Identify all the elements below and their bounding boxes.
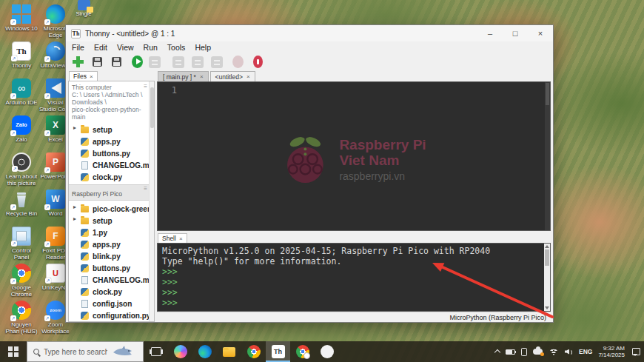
file-item[interactable]: apps.py bbox=[69, 238, 154, 250]
menu-item[interactable]: Help bbox=[195, 43, 211, 52]
file-item[interactable]: CHANGELOG.md bbox=[69, 274, 154, 286]
desktop-icon[interactable]: Th Thonny bbox=[4, 41, 38, 78]
app-icon bbox=[12, 4, 31, 24]
close-icon[interactable]: × bbox=[179, 235, 183, 242]
desktop-icon[interactable]: Google Chrome bbox=[4, 264, 38, 301]
taskbar-button[interactable] bbox=[290, 341, 315, 362]
scrollbar-thumb[interactable] bbox=[150, 87, 154, 128]
file-item[interactable]: setup bbox=[69, 124, 154, 135]
desktop-icon[interactable]: ∞ Arduino IDE bbox=[4, 78, 38, 115]
stop-icon bbox=[253, 56, 263, 68]
shell-scrollbar[interactable] bbox=[544, 244, 550, 311]
file-item[interactable]: 1.py bbox=[69, 227, 154, 238]
taskbar-button[interactable]: Th bbox=[266, 341, 290, 362]
open-file-button[interactable] bbox=[90, 55, 104, 70]
menu-item[interactable]: View bbox=[117, 43, 134, 52]
file-item[interactable]: CHANGELOG.md bbox=[69, 159, 154, 171]
shell-tab[interactable]: Shell × bbox=[158, 233, 187, 243]
shortcut-arrow-icon bbox=[44, 130, 50, 136]
volume-icon[interactable] bbox=[565, 349, 573, 355]
desktop-icon[interactable]: Nguyen Phan (HUS) - Chr... bbox=[4, 301, 38, 338]
step-over-button[interactable] bbox=[171, 55, 186, 70]
file-item[interactable]: pico-clock-green-py bbox=[69, 203, 154, 215]
close-icon[interactable]: × bbox=[200, 73, 204, 80]
new-file-button[interactable] bbox=[70, 55, 85, 70]
shell-output[interactable]: MicroPython v1.25.0 on 2025-04-15; Raspb… bbox=[157, 243, 551, 312]
desktop-icon-partial[interactable]: Single bbox=[71, 0, 96, 17]
scroll-up-icon[interactable] bbox=[545, 245, 549, 248]
editor-scrollbar[interactable] bbox=[545, 82, 550, 230]
desktop-icon[interactable]: Control Panel bbox=[4, 227, 38, 264]
close-button[interactable]: × bbox=[528, 25, 553, 41]
menu-item[interactable]: File bbox=[72, 43, 84, 52]
resume-button[interactable] bbox=[229, 55, 244, 70]
save-button[interactable] bbox=[109, 55, 124, 70]
files-scrollbar[interactable] bbox=[149, 81, 154, 321]
app-icon: Th bbox=[12, 41, 31, 61]
taskbar-search[interactable] bbox=[27, 341, 144, 362]
files-tab[interactable]: Files × bbox=[69, 71, 98, 81]
search-input[interactable] bbox=[44, 348, 107, 356]
taskbar-button[interactable] bbox=[241, 341, 266, 362]
taskbar-button[interactable] bbox=[217, 341, 241, 362]
scroll-down-icon[interactable] bbox=[545, 306, 549, 309]
desktop-icon[interactable]: Recycle Bin bbox=[4, 190, 38, 227]
debug-button[interactable] bbox=[147, 55, 162, 70]
wifi-icon[interactable] bbox=[549, 348, 559, 355]
file-item[interactable]: config.json bbox=[69, 298, 154, 309]
step-out-button[interactable] bbox=[209, 55, 224, 70]
language-indicator[interactable]: ENG bbox=[579, 348, 592, 355]
file-item[interactable]: blink.py bbox=[69, 250, 154, 262]
taskbar-clock[interactable]: 9:32 AM 7/14/2025 bbox=[598, 345, 625, 358]
maximize-button[interactable]: □ bbox=[503, 25, 528, 41]
taskbar-button[interactable] bbox=[192, 341, 217, 362]
step-out-icon bbox=[211, 56, 223, 68]
shortcut-arrow-icon bbox=[11, 56, 17, 61]
run-button[interactable] bbox=[128, 55, 143, 70]
menu-item[interactable]: Run bbox=[144, 43, 158, 52]
step-into-button[interactable] bbox=[190, 55, 205, 70]
file-item[interactable]: buttons.py bbox=[69, 262, 154, 274]
app-icon-glyph: W bbox=[51, 195, 59, 204]
minimize-button[interactable]: – bbox=[477, 25, 503, 41]
menu-item[interactable]: Edit bbox=[94, 43, 107, 52]
file-item[interactable]: clock.py bbox=[69, 286, 154, 298]
menu-item[interactable]: Tools bbox=[167, 43, 186, 52]
desktop-icon[interactable]: Learn about this picture bbox=[4, 152, 38, 190]
tab-untitled[interactable]: <untitled> × bbox=[210, 71, 255, 81]
battery-icon[interactable] bbox=[506, 349, 515, 355]
code-editor[interactable]: 1 Raspberry bbox=[157, 81, 551, 231]
taskbar-button[interactable] bbox=[315, 341, 339, 362]
interpreter-status[interactable]: MicroPython (Raspberry Pi Pico) bbox=[449, 314, 546, 321]
file-name: config.json bbox=[93, 300, 132, 308]
onedrive-icon[interactable] bbox=[533, 349, 543, 355]
taskbar-pinned: Th bbox=[144, 341, 339, 362]
taskbar-button[interactable] bbox=[144, 341, 168, 362]
scrollbar-thumb[interactable] bbox=[545, 249, 549, 266]
start-button[interactable] bbox=[0, 341, 27, 362]
file-item[interactable]: buttons.py bbox=[69, 147, 154, 159]
device-icon[interactable] bbox=[521, 348, 527, 356]
search-highlight-image[interactable] bbox=[112, 346, 134, 358]
taskbar-app-icon bbox=[296, 345, 309, 358]
file-item[interactable]: clock.py bbox=[69, 171, 154, 183]
desktop-icon[interactable]: Windows 10 bbox=[4, 4, 38, 41]
close-icon[interactable]: × bbox=[246, 73, 250, 80]
tab-main-py[interactable]: [ main.py ] * × bbox=[158, 71, 209, 81]
tray-expand-icon[interactable] bbox=[494, 349, 500, 355]
file-item[interactable]: setup bbox=[69, 215, 154, 227]
file-type-icon bbox=[81, 241, 89, 249]
scrollbar-thumb[interactable] bbox=[546, 83, 549, 105]
action-center-icon[interactable] bbox=[632, 348, 640, 355]
close-icon[interactable]: × bbox=[90, 73, 93, 80]
title-bar[interactable]: Th Thonny - <untitled> @ 1 : 1 – □ × bbox=[66, 25, 553, 41]
desktop-icon[interactable]: Zalo Zalo bbox=[4, 115, 38, 152]
path-line: pico-clock-green-python-main bbox=[72, 106, 151, 121]
taskbar-button[interactable] bbox=[168, 341, 192, 362]
file-type-icon bbox=[81, 264, 89, 272]
app-icon bbox=[12, 264, 31, 283]
file-item[interactable]: configuration.py bbox=[69, 309, 154, 321]
stop-button[interactable] bbox=[248, 55, 263, 70]
shortcut-arrow-icon bbox=[10, 130, 16, 136]
file-item[interactable]: apps.py bbox=[69, 135, 154, 147]
